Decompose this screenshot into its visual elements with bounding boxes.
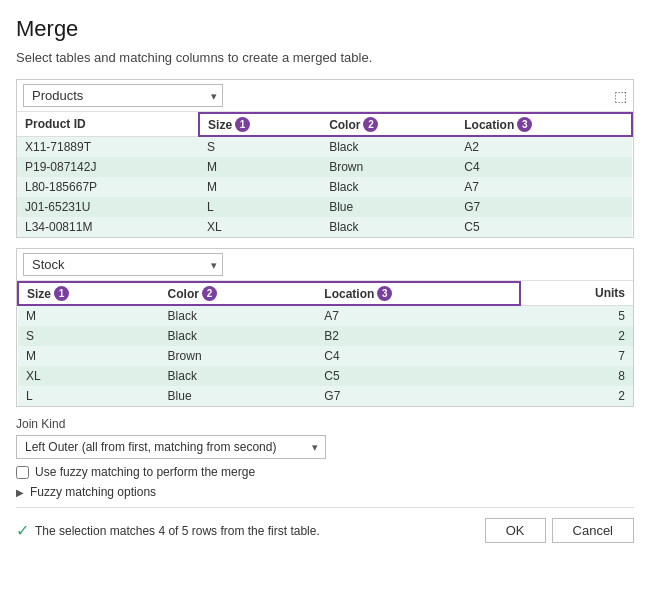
table-row[interactable]: SBlackB22 bbox=[18, 326, 633, 346]
join-dropdown-wrapper[interactable]: Left Outer (all from first, matching fro… bbox=[16, 435, 326, 459]
table-cell: Black bbox=[321, 217, 456, 237]
table-cell: A7 bbox=[456, 177, 632, 197]
join-kind-select[interactable]: Left Outer (all from first, matching fro… bbox=[16, 435, 326, 459]
fuzzy-matching-label: Use fuzzy matching to perform the merge bbox=[35, 465, 255, 479]
table1-body: X11-71889TSBlackA2P19-087142JMBrownC4L80… bbox=[17, 136, 632, 237]
table-row[interactable]: MBrownC47 bbox=[18, 346, 633, 366]
table-row[interactable]: L34-00811MXLBlackC5 bbox=[17, 217, 632, 237]
table2-select[interactable]: Stock bbox=[23, 253, 223, 276]
t2-col-color-badge: 2 bbox=[202, 286, 217, 301]
t2-col-location-label: Location bbox=[324, 287, 374, 301]
table2-dropdown-row: Stock bbox=[17, 249, 633, 281]
fuzzy-matching-row: Use fuzzy matching to perform the merge bbox=[16, 465, 634, 479]
page-title: Merge bbox=[16, 16, 634, 42]
page-subtitle: Select tables and matching columns to cr… bbox=[16, 50, 634, 65]
table2-section: Stock Size 1 Color 2 bbox=[16, 248, 634, 407]
table1-col-location[interactable]: Location 3 bbox=[456, 113, 632, 136]
table-row[interactable]: L80-185667PMBlackA7 bbox=[17, 177, 632, 197]
table2-col-units[interactable]: Units bbox=[520, 282, 633, 305]
table-cell: S bbox=[18, 326, 160, 346]
footer-status-text: The selection matches 4 of 5 rows from t… bbox=[35, 524, 320, 538]
fuzzy-options-triangle[interactable]: ▶ bbox=[16, 487, 24, 498]
table-cell: 5 bbox=[520, 305, 633, 326]
table-cell: S bbox=[199, 136, 321, 157]
cancel-button[interactable]: Cancel bbox=[552, 518, 634, 543]
join-section: Join Kind Left Outer (all from first, ma… bbox=[16, 417, 634, 459]
table-cell: Blue bbox=[160, 386, 317, 406]
check-icon: ✓ bbox=[16, 521, 29, 540]
table-cell: L34-00811M bbox=[17, 217, 199, 237]
table-cell: M bbox=[199, 177, 321, 197]
table-cell: Black bbox=[160, 366, 317, 386]
table-cell: Brown bbox=[321, 157, 456, 177]
table2-dropdown-wrapper[interactable]: Stock bbox=[23, 253, 223, 276]
footer-buttons: OK Cancel bbox=[485, 518, 634, 543]
fuzzy-options-row: ▶ Fuzzy matching options bbox=[16, 485, 634, 499]
table-cell: Black bbox=[160, 326, 317, 346]
col-size-badge: 1 bbox=[235, 117, 250, 132]
table-cell: Blue bbox=[321, 197, 456, 217]
table-cell: X11-71889T bbox=[17, 136, 199, 157]
table1-dropdown-wrapper[interactable]: Products bbox=[23, 84, 223, 107]
table-cell: C4 bbox=[456, 157, 632, 177]
col-size-label: Size bbox=[208, 118, 232, 132]
table-cell: B2 bbox=[316, 326, 520, 346]
table2-col-color[interactable]: Color 2 bbox=[160, 282, 317, 305]
table-cell: L80-185667P bbox=[17, 177, 199, 197]
table-cell: C5 bbox=[316, 366, 520, 386]
join-kind-label: Join Kind bbox=[16, 417, 634, 431]
footer-status: ✓ The selection matches 4 of 5 rows from… bbox=[16, 521, 320, 540]
table-row[interactable]: X11-71889TSBlackA2 bbox=[17, 136, 632, 157]
footer-bar: ✓ The selection matches 4 of 5 rows from… bbox=[16, 507, 634, 553]
table-row[interactable]: P19-087142JMBrownC4 bbox=[17, 157, 632, 177]
table1-select[interactable]: Products bbox=[23, 84, 223, 107]
table-row[interactable]: XLBlackC58 bbox=[18, 366, 633, 386]
table1-header-row: Product ID Size 1 Color 2 Location bbox=[17, 113, 632, 136]
table-cell: M bbox=[18, 346, 160, 366]
fuzzy-options-label: Fuzzy matching options bbox=[30, 485, 156, 499]
table-cell: 7 bbox=[520, 346, 633, 366]
ok-button[interactable]: OK bbox=[485, 518, 546, 543]
table-row[interactable]: J01-65231ULBlueG7 bbox=[17, 197, 632, 217]
table-cell: G7 bbox=[316, 386, 520, 406]
table1-col-size[interactable]: Size 1 bbox=[199, 113, 321, 136]
col-color-label: Color bbox=[329, 118, 360, 132]
table-cell: Black bbox=[321, 136, 456, 157]
table-cell: Brown bbox=[160, 346, 317, 366]
table1-section: Products ⬚ Product ID Size 1 Color 2 bbox=[16, 79, 634, 238]
table2-body: MBlackA75SBlackB22MBrownC47XLBlackC58LBl… bbox=[18, 305, 633, 406]
table-cell: L bbox=[18, 386, 160, 406]
export-icon[interactable]: ⬚ bbox=[614, 88, 627, 104]
table-cell: Black bbox=[160, 305, 317, 326]
t2-col-size-label: Size bbox=[27, 287, 51, 301]
table-row[interactable]: LBlueG72 bbox=[18, 386, 633, 406]
col-location-label: Location bbox=[464, 118, 514, 132]
table2-col-size[interactable]: Size 1 bbox=[18, 282, 160, 305]
col-location-badge: 3 bbox=[517, 117, 532, 132]
t2-col-color-label: Color bbox=[168, 287, 199, 301]
table-cell: A7 bbox=[316, 305, 520, 326]
table1-dropdown-row: Products ⬚ bbox=[17, 80, 633, 112]
fuzzy-matching-checkbox[interactable] bbox=[16, 466, 29, 479]
table-cell: XL bbox=[18, 366, 160, 386]
table-cell: 2 bbox=[520, 386, 633, 406]
table-cell: XL bbox=[199, 217, 321, 237]
table-cell: M bbox=[199, 157, 321, 177]
table1-col-productid[interactable]: Product ID bbox=[17, 113, 199, 136]
table-cell: P19-087142J bbox=[17, 157, 199, 177]
table-cell: 2 bbox=[520, 326, 633, 346]
table-cell: 8 bbox=[520, 366, 633, 386]
table2-col-location[interactable]: Location 3 bbox=[316, 282, 520, 305]
table-cell: L bbox=[199, 197, 321, 217]
table-cell: A2 bbox=[456, 136, 632, 157]
table-cell: C4 bbox=[316, 346, 520, 366]
table2-header-row: Size 1 Color 2 Location 3 Units bbox=[18, 282, 633, 305]
t2-col-size-badge: 1 bbox=[54, 286, 69, 301]
table1-col-color[interactable]: Color 2 bbox=[321, 113, 456, 136]
table-cell: G7 bbox=[456, 197, 632, 217]
t2-col-location-badge: 3 bbox=[377, 286, 392, 301]
table-cell: C5 bbox=[456, 217, 632, 237]
table-cell: J01-65231U bbox=[17, 197, 199, 217]
table1: Product ID Size 1 Color 2 Location bbox=[17, 112, 633, 237]
table-row[interactable]: MBlackA75 bbox=[18, 305, 633, 326]
